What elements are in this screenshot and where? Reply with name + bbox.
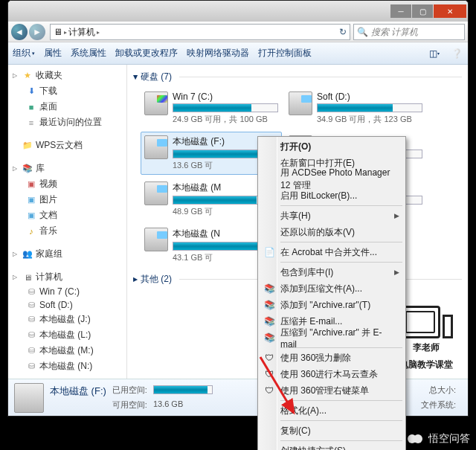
wukong-watermark: 悟空问答 [408,432,470,446]
item-icon: ⬇ [26,86,36,97]
drive-icon: ⛁ [26,346,36,356]
context-menu-item[interactable]: 复制(C) [260,422,404,439]
sidebar-item[interactable]: ♪音乐 [13,223,126,239]
close-button[interactable]: ✕ [434,4,466,18]
context-menu-item[interactable]: 🛡使用 360强力删除 [260,350,404,366]
context-menu-item[interactable]: 🛡使用 360进行木马云查杀 [260,366,404,382]
context-menu-item[interactable]: 用 ACDSee Photo Manager 12 管理 [260,171,404,187]
drive-icon: ⛁ [26,286,36,297]
drive-item[interactable]: Win 7 (C:) 24.9 GB 可用，共 100 GB [141,88,282,129]
drive-text: 34.9 GB 可用，共 123 GB [317,114,422,125]
drive-icon [144,228,168,251]
sidebar-item[interactable]: ≡最近访问的位置 [13,115,126,130]
properties-button[interactable]: 属性 [44,47,62,60]
view-menu-icon[interactable]: ◫▾ [428,47,441,60]
sidebar-item[interactable]: ■桌面 [13,99,126,115]
sidebar-wps[interactable]: 📁WPS云文档 [13,138,126,153]
drive-icon: ⛁ [26,330,36,341]
drive-icon: ⛁ [26,315,36,325]
sidebar-homegroup[interactable]: ▷👥家庭组 [13,246,126,262]
menu-item-icon: 📚 [263,331,276,344]
sidebar-drive-item[interactable]: ⛁Soft (D:) [13,298,126,312]
sidebar-item[interactable]: ▣图片 [13,192,126,208]
context-menu-item[interactable]: 📚压缩到 "Archive.rar" 并 E-mail [260,330,404,346]
group-hdd[interactable]: ▶ 硬盘 (7) [133,69,462,88]
sidebar-item[interactable]: ▣视频 [13,176,126,192]
drive-item[interactable]: Soft (D:) 34.9 GB 可用，共 123 GB [285,88,426,129]
item-icon: ■ [26,102,36,112]
context-menu-item[interactable]: 格式化(A)... [260,402,404,419]
watermark: 李老师 电脑教学课堂 [399,306,453,371]
drive-icon [144,91,168,115]
menu-item-icon: 🛡 [263,367,276,381]
submenu-arrow-icon: ▶ [394,269,399,276]
homegroup-icon: 👥 [22,249,33,260]
map-drive-button[interactable]: 映射网络驱动器 [187,47,249,60]
chevron-right-icon: ▶ [133,276,138,283]
computer-icon: 🖥 [54,27,62,37]
drive-icon [144,135,168,159]
sidebar-favorites[interactable]: ▷★收藏夹 [13,68,126,83]
wukong-logo-icon [408,433,425,445]
context-menu-item[interactable]: 📄在 Acrobat 中合并文件... [260,244,404,260]
search-input[interactable]: 🔍 搜索 计算机 [353,24,465,40]
drive-icon [289,91,312,115]
organize-menu[interactable]: 组织▾ [13,47,35,60]
titlebar: ─ ▢ ✕ [8,1,468,22]
star-icon: ★ [22,71,33,81]
sidebar-drive-item[interactable]: ⛁本地磁盘 (N:) [13,359,126,374]
search-placeholder: 搜索 计算机 [371,26,418,39]
capacity-bar [173,103,278,112]
breadcrumb-segment[interactable]: 计算机 [68,26,95,39]
drive-name: Win 7 (C:) [173,91,278,102]
context-menu-item[interactable]: 包含到库中(I)▶ [260,264,404,280]
system-properties-button[interactable]: 系统属性 [71,47,106,60]
context-menu-item[interactable]: 还原以前的版本(V) [260,224,404,240]
menu-item-icon: 📚 [263,315,276,328]
search-icon: 🔍 [357,27,368,37]
sidebar-computer[interactable]: ▷🖥计算机 [13,269,126,285]
context-menu-item[interactable]: 创建快捷方式(S) [260,443,404,450]
item-icon: ▣ [26,195,36,205]
sidebar-drive-item[interactable]: ⛁本地磁盘 (M:) [13,343,126,359]
capacity-bar [317,103,422,112]
library-icon: 📚 [22,164,33,174]
context-menu-item[interactable]: 共享(H)▶ [260,208,404,224]
drive-icon: ⛁ [26,300,36,310]
sidebar-item[interactable]: ⬇下载 [13,83,126,99]
uninstall-button[interactable]: 卸载或更改程序 [115,47,178,60]
context-menu-item[interactable]: 启用 BitLocker(B)... [260,187,404,204]
sidebar-drive-item[interactable]: ⛁本地磁盘 (J:) [13,312,126,327]
context-menu-item[interactable]: 🛡使用 360管理右键菜单 [260,382,404,399]
menu-item-icon: 📚 [263,298,276,312]
menu-item-icon: 🛡 [263,384,276,397]
drive-text: 24.9 GB 可用，共 100 GB [173,114,278,125]
forward-button[interactable]: ► [29,24,45,40]
sidebar-drive-item[interactable]: ⛁本地磁盘 (L:) [13,327,126,343]
minimize-button[interactable]: ─ [390,4,411,18]
maximize-button[interactable]: ▢ [412,4,433,18]
drive-icon [144,181,168,205]
computer-icon: 🖥 [22,272,33,283]
sidebar-item[interactable]: ▣文档 [13,208,126,223]
menu-item-icon: 📄 [263,245,276,259]
drive-icon [14,383,44,413]
control-panel-button[interactable]: 打开控制面板 [258,47,312,60]
toolbar: 组织▾ 属性 系统属性 卸载或更改程序 映射网络驱动器 打开控制面板 ◫▾ ❔ [8,42,468,65]
submenu-arrow-icon: ▶ [394,212,399,219]
menu-item-icon: 🛡 [263,351,276,364]
address-field[interactable]: 🖥▸ 计算机▸ ↻ [50,24,350,40]
address-bar: ◄ ► 🖥▸ 计算机▸ ↻ 🔍 搜索 计算机 [8,22,468,42]
chevron-down-icon: ▶ [132,75,139,80]
context-menu-item[interactable]: 📚添加到 "Archive.rar"(T) [260,297,404,313]
used-bar [153,385,213,394]
context-menu-item[interactable]: 打开(O) [260,138,404,155]
item-icon: ♪ [26,226,36,237]
drive-icon: ⛁ [26,361,36,372]
sidebar-drive-item[interactable]: ⛁Win 7 (C:) [13,285,126,298]
help-icon[interactable]: ❔ [450,47,463,60]
context-menu-item[interactable]: 📚添加到压缩文件(A)... [260,280,404,297]
sidebar-libraries[interactable]: ▷📚库 [13,161,126,176]
back-button[interactable]: ◄ [11,24,28,40]
refresh-icon[interactable]: ↻ [339,27,347,37]
